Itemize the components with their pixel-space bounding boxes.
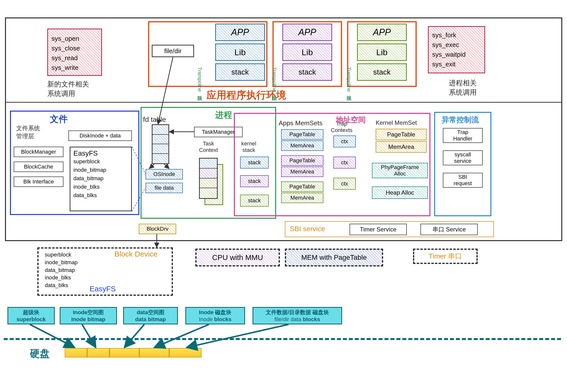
easyfs-box: EasyFS superblock inode_bitmap data_bitm… <box>70 147 132 211</box>
memset2-ma: MemArea <box>281 167 323 177</box>
new-fs-syscalls-caption: 新的文件相关 系统调用 <box>47 80 112 98</box>
heap-alloc: Heap Alloc <box>372 186 428 199</box>
timer-service: Timer Service <box>350 224 407 235</box>
memset3-ma: MemArea <box>281 193 323 203</box>
block-cache-box: BlockCache <box>14 162 63 172</box>
app-1-app: APP <box>215 24 265 41</box>
mem-pt-box: MEM with PageTable <box>285 249 383 266</box>
svg-line-8 <box>82 324 96 348</box>
block-device-label: Block Device <box>114 250 157 258</box>
hw-data-blks: data_blks <box>45 282 78 289</box>
hw-data-bitmap: data_bitmap <box>45 266 78 274</box>
sbi-label: SBI service <box>290 225 325 233</box>
svg-line-7 <box>30 324 75 348</box>
app-2-lib: Lib <box>282 44 332 61</box>
app-3-lib: Lib <box>357 44 407 61</box>
hw-easyfs-label: EasyFS <box>90 285 116 293</box>
disk-label: 硬盘 <box>30 347 50 360</box>
sys-write: sys_write <box>52 63 98 73</box>
app-3-stack: stack <box>357 63 407 81</box>
disk-block-inode-bitmap: Inode空间图 Inode bitmap <box>60 307 117 324</box>
disk-block-filedir-blocks: 文件数据/目录数据 磁盘块 file/dir data blocks <box>253 307 342 324</box>
hw-inode-blks: inode_blks <box>45 274 78 282</box>
disk-block-data-bitmap: data空间图 data bitmap <box>123 307 178 324</box>
app-1-stack: stack <box>215 63 265 81</box>
osinode-box: OSInode <box>146 169 183 179</box>
ctx-2: ctx <box>333 157 356 169</box>
proc-syscalls-caption: 进程相关 系统调用 <box>438 78 488 97</box>
svg-line-11 <box>187 324 289 348</box>
uart-service: 串口 Service <box>420 224 478 235</box>
app-2-app: APP <box>282 24 332 41</box>
block-drv: BlockDrv <box>139 224 176 234</box>
timer-uart-box: Timer 串口 <box>413 249 478 264</box>
hw-superblock: superblock <box>45 251 78 259</box>
ctx-3: ctx <box>333 178 356 190</box>
diskinode-box: DiskInode + data <box>68 131 132 141</box>
process-title: 进程 <box>215 109 232 121</box>
disk-seg-1 <box>65 348 87 357</box>
app-1-lib: Lib <box>215 44 265 61</box>
easyfs-data-blks: data_blks <box>73 191 128 200</box>
kernel-memset-label: Kernel MemSet <box>376 119 417 126</box>
disk-block-superblock: 超级块 superblock <box>7 307 55 324</box>
new-fs-syscalls-box: sys_open sys_close sys_read sys_write <box>47 29 102 76</box>
easyfs-inode-blks: inode_blks <box>73 183 128 191</box>
disk-seg-4 <box>139 348 169 357</box>
memset3-pt: PageTable <box>281 181 323 192</box>
diagram-canvas: sys_open sys_close sys_read sys_write 新的… <box>2 2 565 390</box>
app-3-app: APP <box>357 24 407 41</box>
disk-divider <box>4 338 561 340</box>
disk-block-inode-blocks: Inode 磁盘块 Inode blocks <box>185 307 245 324</box>
trap-contexts-label: Trap Contexts <box>331 121 353 133</box>
easyfs-title: EasyFS <box>73 149 128 157</box>
kernel-pt: PageTable <box>376 129 427 140</box>
block-manager-box: BlockManager <box>14 147 63 157</box>
sys-read: sys_read <box>52 53 98 63</box>
sys-close: sys_close <box>52 44 98 53</box>
fs-mgmt-layer: 文件系统 管理层 <box>16 124 40 140</box>
syscall-service: syscall service <box>443 150 483 165</box>
sys-open: sys_open <box>52 34 98 44</box>
proc-syscalls-box: sys_fork sys_exec sys_waitpid sys_exit <box>428 26 485 73</box>
task-context-icon <box>199 158 223 205</box>
fd-table-label: fd table <box>143 116 166 124</box>
ctx-1: ctx <box>333 135 356 147</box>
svg-line-9 <box>124 324 144 348</box>
memset1-pt: PageTable <box>281 129 323 140</box>
task-context-label: Task Context <box>199 140 218 153</box>
app-2-stack: stack <box>282 63 332 81</box>
easyfs-inode-bitmap: inode_bitmap <box>73 166 128 174</box>
horizontal-divider <box>5 102 562 103</box>
disk-seg-5 <box>169 348 202 357</box>
memset1-ma: MemArea <box>281 140 323 151</box>
kernel-ma: MemArea <box>376 141 427 153</box>
sys-waitpid: sys_waitpid <box>432 50 481 59</box>
trap-handler: Trap Handler <box>443 128 483 143</box>
hw-inode-bitmap: inode_bitmap <box>45 259 78 266</box>
fd-table-icon <box>152 124 169 164</box>
apps-memsets-label: Apps MemSets <box>279 119 322 127</box>
sys-exec: sys_exec <box>432 40 481 50</box>
blk-interface-box: Blk Interface <box>14 176 63 187</box>
hw-layout-items: superblock inode_bitmap data_bitmap inod… <box>45 251 78 289</box>
sbi-request: SBI request <box>443 173 483 188</box>
easyfs-superblock: superblock <box>73 157 128 166</box>
phy-alloc: PhyPageFrame Alloc <box>372 163 428 178</box>
easyfs-data-bitmap: data_bitmap <box>73 174 128 183</box>
file-data-box: file data <box>146 183 183 193</box>
disk-seg-2 <box>87 348 109 357</box>
cpu-mmu-box: CPU with MMU <box>195 249 280 266</box>
sys-fork: sys_fork <box>432 30 481 40</box>
sys-exit: sys_exit <box>432 59 481 69</box>
exception-title: 异常控制流 <box>442 115 479 125</box>
memset2-pt: PageTable <box>281 155 323 166</box>
disk-seg-3 <box>109 348 139 357</box>
file-title: 文件 <box>50 113 68 125</box>
svg-line-10 <box>154 324 209 348</box>
